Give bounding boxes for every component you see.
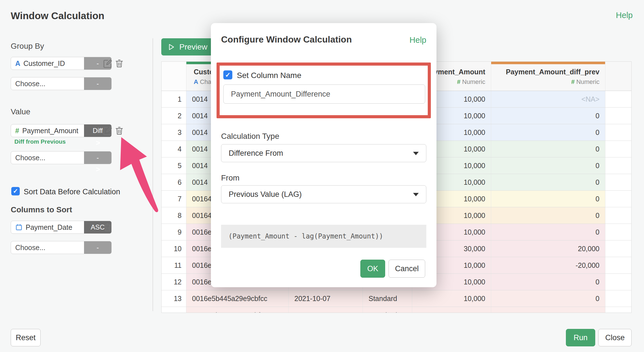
diff-from-previous-note: Diff from Previous — [14, 138, 66, 145]
table-cell — [605, 157, 632, 174]
table-cell: 6 — [162, 174, 186, 190]
table-cell — [605, 191, 632, 207]
page-title: Window Calculation — [11, 10, 104, 21]
table-cell: 1 — [162, 91, 186, 107]
table-cell: 0 — [491, 290, 605, 307]
chevron-down-icon — [413, 152, 419, 155]
table-cell: 0 — [491, 274, 605, 290]
field-label: Customer_ID — [23, 59, 65, 68]
table-cell — [605, 108, 632, 124]
formula-preview: (Payment_Amount - lag(Payment_Amount)) — [221, 225, 426, 248]
calculation-type-label: Calculation Type — [221, 132, 279, 141]
table-cell: 0016e5b445a29e9cbfcc — [186, 290, 289, 307]
table-cell: 2021-10-07 — [289, 290, 363, 307]
table-cell — [605, 174, 632, 190]
page-help-link[interactable]: Help — [616, 11, 633, 20]
table-cell: 11 — [162, 257, 186, 273]
columns-to-sort-heading: Columns to Sort — [11, 205, 72, 214]
group-by-badge-empty: - — [84, 77, 111, 90]
header-row-number — [162, 62, 186, 91]
window-calculation-screen: Window Calculation Help Group By A Custo… — [0, 0, 644, 352]
modal-title: Configure Window Calculation — [221, 34, 352, 45]
table-cell: 10,000 — [412, 307, 491, 313]
table-cell: 4 — [162, 141, 186, 157]
table-cell: 9 — [162, 224, 186, 240]
table-cell — [605, 207, 632, 224]
group-by-heading: Group By — [11, 42, 44, 51]
trash-icon[interactable] — [114, 126, 125, 136]
table-cell: 0 — [491, 207, 605, 224]
table-row: 130016e5b445a29e9cbfcc2021-10-07Standard… — [162, 290, 631, 307]
edit-icon[interactable] — [103, 59, 113, 69]
table-cell: 14 — [162, 307, 186, 313]
header-filler — [605, 62, 632, 91]
edit-icon[interactable] — [103, 126, 113, 136]
table-cell: 13 — [162, 290, 186, 307]
table-cell: 2021-11-07 — [289, 307, 363, 313]
table-cell — [605, 274, 632, 290]
preview-button[interactable]: Preview — [161, 38, 214, 55]
table-cell: 0 — [491, 174, 605, 190]
numeric-type-icon: # — [571, 78, 575, 85]
table-cell: 7 — [162, 191, 186, 207]
value-field-choose[interactable]: Choose... - — [11, 151, 112, 164]
field-placeholder: Choose... — [11, 77, 84, 90]
from-label: From — [221, 173, 239, 182]
table-cell: 20,000 — [491, 240, 605, 257]
chevron-right-icon: > — [96, 139, 100, 147]
modal-help-link[interactable]: Help — [409, 35, 426, 45]
ok-button[interactable]: OK — [360, 260, 385, 278]
table-cell — [605, 290, 632, 307]
table-row: 140016e5b445a29e9cbfcc2021-11-07Standard… — [162, 307, 631, 313]
sort-before-calc-checkbox[interactable]: ✓ — [11, 187, 20, 195]
trash-icon[interactable] — [103, 222, 113, 233]
sort-field-choose[interactable]: Choose... - — [11, 241, 112, 254]
table-cell — [605, 240, 632, 257]
table-cell: 0 — [491, 224, 605, 240]
calculation-type-select[interactable]: Difference From — [221, 144, 426, 162]
table-cell — [605, 224, 632, 240]
table-cell: 5 — [162, 157, 186, 174]
preview-label: Preview — [179, 43, 208, 52]
field-placeholder: Choose... — [11, 241, 84, 254]
annotation-arrow — [104, 130, 166, 220]
table-cell: -20,000 — [491, 257, 605, 273]
close-button[interactable]: Close — [598, 329, 632, 346]
table-cell: Standard — [363, 307, 412, 313]
chevron-down-icon — [413, 193, 419, 196]
chevron-right-icon: > — [96, 165, 100, 174]
field-label: Payment_Amount — [22, 127, 78, 135]
table-cell: 8 — [162, 207, 186, 224]
from-select[interactable]: Previous Value (LAG) — [221, 185, 426, 203]
value-heading: Value — [11, 107, 30, 116]
field-label: Payment_Date — [26, 223, 72, 231]
field-placeholder: Choose... — [11, 152, 84, 164]
sort-before-calc-label: Sort Data Before Calculation — [24, 188, 120, 196]
character-type-icon: A — [15, 59, 20, 68]
table-cell: 0 — [491, 191, 605, 207]
run-button[interactable]: Run — [566, 329, 595, 346]
group-by-field-customer-id[interactable]: A Customer_ID - — [11, 57, 112, 70]
table-cell: 0 — [491, 141, 605, 157]
annotation-red-box — [217, 63, 431, 118]
table-cell: 10 — [162, 240, 186, 257]
table-cell: <NA> — [491, 91, 605, 107]
trash-icon[interactable] — [114, 59, 125, 69]
table-cell — [605, 91, 632, 107]
numeric-type-icon: # — [15, 127, 19, 135]
sort-field-payment-date[interactable]: Payment_Date ASC — [11, 221, 112, 234]
table-cell: 2 — [162, 108, 186, 124]
table-cell — [605, 257, 632, 273]
value-badge-empty: - — [84, 152, 111, 164]
cancel-button[interactable]: Cancel — [389, 260, 425, 278]
table-cell — [605, 307, 632, 313]
table-cell: 0 — [491, 157, 605, 174]
table-cell: 0 — [491, 124, 605, 141]
reset-button[interactable]: Reset — [11, 329, 41, 346]
group-by-field-choose[interactable]: Choose... - — [11, 77, 112, 90]
panel-divider — [153, 38, 153, 311]
table-cell — [605, 141, 632, 157]
sort-badge-empty: - — [84, 241, 111, 254]
value-field-payment-amount[interactable]: # Payment_Amount Diff — [11, 124, 112, 137]
configure-window-calculation-modal: Configure Window Calculation Help ✓ Set … — [211, 23, 436, 287]
